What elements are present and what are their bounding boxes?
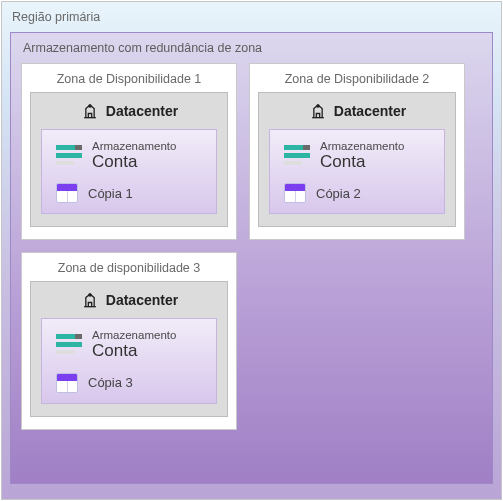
availability-zone-3: Zona de disponibilidade 3 Datacenter: [21, 252, 237, 429]
svg-point-2: [89, 294, 91, 296]
storage-icon: [284, 145, 310, 167]
primary-region-box: Região primária Armazenamento com redund…: [1, 1, 502, 500]
storage-account-card: Armazenamento Conta Cópia 3: [41, 318, 217, 403]
table-icon: [56, 373, 78, 393]
zone-title: Zona de disponibilidade 3: [30, 259, 228, 281]
table-icon: [56, 183, 78, 203]
datacenter-header: Datacenter: [41, 290, 217, 318]
datacenter-header: Datacenter: [269, 101, 445, 129]
copy-row: Cópia 1: [52, 183, 206, 203]
storage-text: Armazenamento Conta: [320, 140, 404, 171]
storage-text: Armazenamento Conta: [92, 329, 176, 360]
storage-label-large: Conta: [92, 153, 176, 172]
storage-icon: [56, 334, 82, 356]
zone-title: Zona de Disponibilidade 1: [30, 70, 228, 92]
availability-zone-2: Zona de Disponibilidade 2 Datacenter: [249, 63, 465, 240]
storage-account-card: Armazenamento Conta Cópia 2: [269, 129, 445, 214]
datacenter-box: Datacenter Armazenamento Conta: [30, 281, 228, 416]
copy-row: Cópia 2: [280, 183, 434, 203]
zrs-box: Armazenamento com redundância de zona Zo…: [10, 32, 493, 484]
copy-label: Cópia 1: [88, 186, 133, 201]
storage-icon: [56, 145, 82, 167]
datacenter-icon: [80, 101, 100, 121]
copy-row: Cópia 3: [52, 373, 206, 393]
storage-account-card: Armazenamento Conta Cópia 1: [41, 129, 217, 214]
storage-text: Armazenamento Conta: [92, 140, 176, 171]
zone-title: Zona de Disponibilidade 2: [258, 70, 456, 92]
datacenter-header: Datacenter: [41, 101, 217, 129]
availability-zone-1: Zona de Disponibilidade 1 Datacenter: [21, 63, 237, 240]
storage-label-small: Armazenamento: [320, 140, 404, 153]
copy-label: Cópia 3: [88, 375, 133, 390]
storage-label-large: Conta: [92, 342, 176, 361]
zones-container: Zona de Disponibilidade 1 Datacenter: [21, 63, 482, 430]
copy-label: Cópia 2: [316, 186, 361, 201]
svg-point-1: [317, 105, 319, 107]
primary-region-title: Região primária: [10, 8, 493, 32]
storage-row: Armazenamento Conta: [52, 329, 206, 360]
zrs-title: Armazenamento com redundância de zona: [21, 39, 482, 63]
datacenter-label: Datacenter: [106, 103, 178, 119]
datacenter-label: Datacenter: [334, 103, 406, 119]
datacenter-label: Datacenter: [106, 292, 178, 308]
storage-label-small: Armazenamento: [92, 140, 176, 153]
storage-row: Armazenamento Conta: [280, 140, 434, 171]
datacenter-box: Datacenter Armazenamento Conta: [258, 92, 456, 227]
datacenter-icon: [308, 101, 328, 121]
datacenter-icon: [80, 290, 100, 310]
svg-point-0: [89, 105, 91, 107]
storage-label-large: Conta: [320, 153, 404, 172]
storage-row: Armazenamento Conta: [52, 140, 206, 171]
table-icon: [284, 183, 306, 203]
datacenter-box: Datacenter Armazenamento Conta: [30, 92, 228, 227]
